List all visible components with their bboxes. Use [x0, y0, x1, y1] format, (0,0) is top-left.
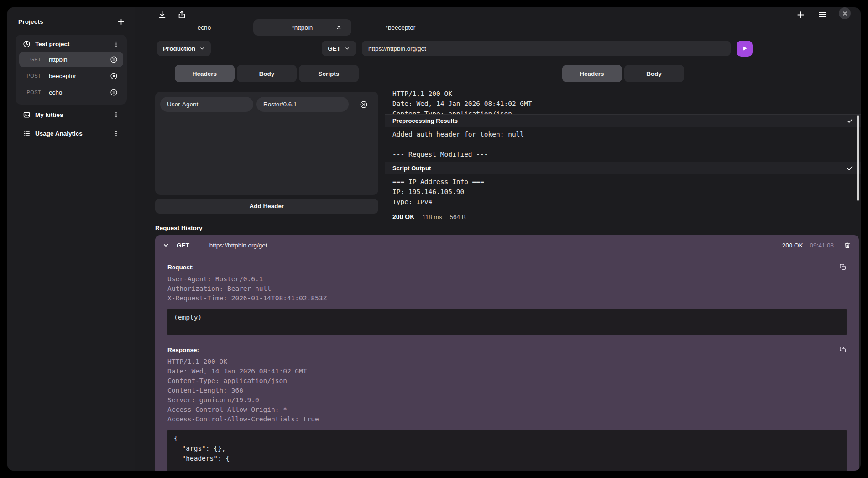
project-menu-icon[interactable]	[113, 41, 120, 47]
project-group: Test project GET httpbin POST beeceptor	[16, 35, 127, 105]
method-label: GET	[328, 45, 340, 52]
tab-label: *httpbin	[292, 24, 313, 31]
chevron-down-icon[interactable]	[162, 242, 169, 249]
copy-request-icon[interactable]	[839, 263, 847, 271]
new-tab-icon[interactable]	[796, 11, 805, 19]
request-name-label: echo	[49, 89, 62, 96]
tab-request-headers[interactable]: Headers	[175, 65, 235, 82]
script-output-text: === IP Address Info === IP: 195.146.105.…	[385, 174, 861, 207]
header-value-input[interactable]	[256, 97, 349, 112]
import-download-icon[interactable]	[158, 11, 167, 19]
history-entry-header[interactable]: GET https://httpbin.org/get 200 OK 09:41…	[155, 235, 859, 255]
history-response-headers: HTTP/1.1 200 OK Date: Wed, 14 Jan 2026 0…	[167, 357, 847, 424]
tab-response-body[interactable]: Body	[624, 65, 684, 82]
preprocessing-output: Added auth header for token: null --- Re…	[385, 127, 861, 162]
request-section-label: Request:	[167, 264, 194, 271]
history-title: Request History	[155, 222, 859, 233]
toolbar	[135, 7, 861, 19]
response-tabs: Headers Body	[385, 65, 861, 82]
response-raw-headers: HTTP/1.1 200 OK Date: Wed, 14 Jan 2026 0…	[385, 86, 861, 114]
tab-httpbin[interactable]: *httpbin	[253, 19, 351, 36]
close-tab-icon[interactable]	[336, 25, 341, 30]
request-name-label: beeceptor	[49, 73, 76, 79]
divider	[217, 40, 217, 57]
sidebar: Projects Test project GET httpbin	[7, 7, 135, 471]
remove-request-icon[interactable]	[110, 72, 118, 80]
add-header-button[interactable]: Add Header	[155, 199, 378, 214]
image-icon	[23, 111, 31, 119]
play-icon	[742, 45, 748, 52]
response-scrollbar[interactable]	[857, 115, 859, 201]
tab-request-body[interactable]: Body	[237, 65, 297, 82]
history-entry-card: GET https://httpbin.org/get 200 OK 09:41…	[155, 235, 859, 471]
tab-label: *beeceptor	[386, 24, 415, 31]
history-status: 200 OK	[782, 242, 803, 249]
tab-echo[interactable]: echo	[155, 19, 253, 36]
header-key-input[interactable]	[160, 97, 253, 112]
group-name-label: My kitties	[35, 111, 63, 118]
request-bar: Production GET	[135, 36, 861, 57]
sidebar-title: Projects	[18, 18, 43, 25]
remove-request-icon[interactable]	[110, 89, 118, 96]
sidebar-item-echo[interactable]: POST echo	[19, 84, 123, 100]
sidebar-item-my-kitties[interactable]: My kitties	[16, 106, 127, 123]
script-output-panel: Script Output === IP Address Info === IP…	[385, 162, 861, 207]
chevron-down-icon	[199, 46, 205, 51]
status-code: 200 OK	[392, 213, 414, 221]
check-icon	[847, 117, 853, 124]
kitties-menu-icon[interactable]	[113, 111, 120, 118]
status-time: 118 ms	[422, 214, 442, 221]
editor-response-split: Headers Body Scripts Add Header	[135, 62, 861, 221]
chevron-down-icon	[345, 46, 350, 51]
history-method: GET	[177, 242, 189, 249]
tab-response-headers[interactable]: Headers	[562, 65, 622, 82]
request-method-label: POST	[25, 89, 41, 95]
history-response-body: { "args": {}, "headers": {	[167, 430, 847, 471]
request-editor-pane: Headers Body Scripts Add Header	[135, 62, 385, 221]
tab-label: echo	[198, 24, 211, 31]
method-dropdown[interactable]: GET	[322, 41, 356, 56]
app-window: Projects Test project GET httpbin	[7, 7, 861, 471]
environment-label: Production	[163, 45, 195, 52]
project-group-name[interactable]: Test project	[35, 41, 70, 47]
analytics-menu-icon[interactable]	[113, 130, 120, 137]
preprocessing-panel: Preprocessing Results Added auth header …	[385, 114, 861, 162]
request-tabs: Headers Body Scripts	[155, 65, 378, 82]
tab-beeceptor[interactable]: *beeceptor	[351, 19, 450, 36]
tab-request-scripts[interactable]: Scripts	[299, 65, 359, 82]
history-time: 09:41:03	[810, 242, 834, 249]
history-request-headers: User-Agent: Roster/0.6.1 Authorization: …	[167, 274, 847, 303]
response-pane: Headers Body HTTP/1.1 200 OK Date: Wed, …	[385, 62, 861, 221]
environment-dropdown[interactable]: Production	[157, 41, 211, 56]
request-name-label: httpbin	[49, 56, 68, 63]
close-window-button[interactable]	[839, 7, 851, 19]
export-share-icon[interactable]	[178, 11, 186, 19]
clock-icon	[23, 40, 31, 48]
history-url: https://httpbin.org/get	[209, 242, 267, 249]
sidebar-item-beeceptor[interactable]: POST beeceptor	[19, 68, 123, 84]
copy-response-icon[interactable]	[839, 346, 847, 353]
headers-editor-panel	[155, 92, 378, 195]
request-method-label: GET	[25, 57, 41, 62]
preprocessing-title: Preprocessing Results	[392, 117, 458, 124]
remove-request-icon[interactable]	[110, 56, 118, 63]
sidebar-item-httpbin[interactable]: GET httpbin	[19, 52, 123, 67]
sidebar-item-usage-analytics[interactable]: Usage Analytics	[16, 125, 127, 142]
history-section: Request History GET https://httpbin.org/…	[135, 222, 861, 471]
add-project-icon[interactable]	[117, 18, 125, 26]
check-icon	[847, 165, 853, 172]
list-icon	[23, 130, 31, 137]
document-tabstrip: echo *httpbin *beeceptor	[135, 19, 861, 36]
status-size: 564 B	[450, 214, 466, 221]
group-name-label: Usage Analytics	[35, 130, 83, 137]
response-section-label: Response:	[167, 347, 199, 353]
url-input[interactable]	[362, 41, 731, 56]
remove-header-icon[interactable]	[360, 100, 368, 109]
header-row	[160, 97, 373, 112]
history-request-body: (empty)	[167, 309, 847, 335]
menu-icon[interactable]	[818, 10, 827, 19]
history-entry-body: Request: User-Agent: Roster/0.6.1 Author…	[155, 255, 859, 471]
delete-entry-icon[interactable]	[844, 242, 851, 249]
response-status-row: 200 OK 118 ms 564 B	[385, 207, 861, 221]
send-request-button[interactable]	[737, 41, 753, 57]
